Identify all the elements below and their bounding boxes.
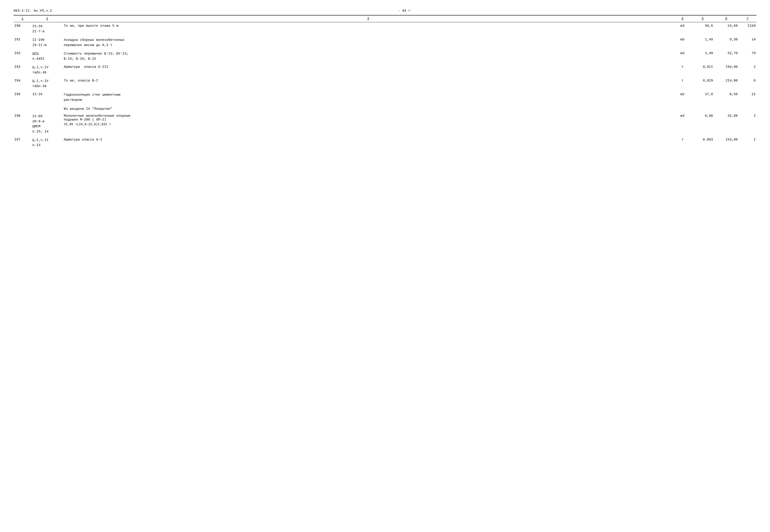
row-194-id: I94: [13, 78, 31, 83]
row-196-ref: I2-6920-9-жЦМСМп.I5; I4: [31, 114, 63, 135]
row-193-desc: Арматура класса А-III: [63, 65, 673, 69]
row-192-desc: Стоимость перемычек Б-I3; БУ-I3;Б-I5; Б-…: [63, 51, 673, 62]
col-header-2: 2: [31, 16, 63, 21]
table-row: I97 Ц.I,ч.IIп.I3 Арматура класса А-I т 0…: [13, 136, 757, 150]
row-193-id: I93: [13, 65, 31, 69]
row-190-price: 24,69: [714, 24, 739, 28]
row-195-desc: Гидроизоляция стен цементнымраствором: [63, 92, 673, 103]
row-197-ref: Ц.I,ч.IIп.I3: [31, 137, 63, 148]
row-194-unit: т: [673, 78, 691, 83]
row-190-unit: м3: [673, 24, 691, 28]
table-row: I92 ЦСЦп.445I Стоимость перемычек Б-I3; …: [13, 50, 757, 63]
col-header-6: 6: [714, 16, 739, 21]
row-192-id: I92: [13, 51, 31, 56]
row-196-qty: 0,06: [691, 114, 714, 118]
row-191-ref: II-I99I9-II-м: [31, 37, 63, 48]
row-196-unit: м3: [673, 114, 691, 118]
row-197-id: I97: [13, 137, 31, 142]
row-193-total: 2: [739, 65, 757, 69]
row-190-qty: 50,6: [691, 24, 714, 28]
row-192-unit: м3: [673, 51, 691, 56]
row-196-id: I96: [13, 114, 31, 118]
row-197-qty: 0.003: [691, 137, 714, 142]
header-center: - 94 =: [398, 9, 410, 13]
row-194-qty: 0,029: [691, 78, 714, 83]
col-header-1: 1: [13, 16, 31, 21]
col-header-3: 3: [63, 16, 673, 21]
row-197-price: I53,00: [714, 137, 739, 142]
row-193-unit: т: [673, 65, 691, 69]
main-table: 1 2 3 4 5 6 7 I90 I3-342I-7-а То же, при…: [13, 15, 757, 150]
table-row: I95 I3-I6 Гидроизоляция стен цементнымра…: [13, 91, 757, 104]
row-194-ref: Ц.I,ч.IУтабл.46: [31, 78, 63, 89]
row-190-desc: То же, при высоте этажа 5 м: [63, 24, 673, 28]
row-191-total: 14: [739, 37, 757, 42]
row-197-unit: т: [673, 137, 691, 142]
row-192-price: 52,70: [714, 51, 739, 56]
row-192-qty: 1,49: [691, 51, 714, 56]
row-192-ref: ЦСЦп.445I: [31, 51, 63, 62]
table-row: I90 I3-342I-7-а То же, при высоте этажа …: [13, 22, 757, 36]
row-194-total: 6: [739, 78, 757, 83]
row-197-desc: Арматура класса А-I: [63, 137, 673, 142]
table-row: I96 I2-6920-9-жЦМСМп.I5; I4 Монолитные ж…: [13, 112, 757, 136]
section-label-row: Из раздела IX "Покрытие": [13, 104, 757, 112]
row-193-qty: 0,0II: [691, 65, 714, 69]
row-195-total: 2I: [739, 92, 757, 97]
row-191-id: I9I: [13, 37, 31, 42]
row-190-total: I249: [739, 24, 757, 28]
row-190-ref: I3-342I-7-а: [31, 24, 63, 35]
row-191-qty: 1,49: [691, 37, 714, 42]
row-196-total: 2: [739, 114, 757, 118]
table-header: 1 2 3 4 5 6 7: [13, 15, 757, 22]
col-header-4: 4: [673, 16, 691, 21]
row-190-id: I90: [13, 24, 31, 28]
row-196-price: 32,88: [714, 114, 739, 118]
section-label: Из раздела IX "Покрытие": [63, 107, 757, 111]
col-header-5: 5: [691, 16, 714, 21]
row-195-qty: 37,0: [691, 92, 714, 97]
table-row: I94 Ц.I,ч.IУтабл.46 То же, класса В-I т …: [13, 77, 757, 91]
table-row: I9I II-I99I9-II-м Укладка сборных железо…: [13, 36, 757, 50]
row-196-desc-container: Монолитные железобетонные опорныеподушки…: [63, 114, 673, 127]
row-195-unit: м2: [673, 92, 691, 97]
row-196-desc: Монолитные железобетонные опорныеподушки…: [64, 114, 673, 122]
col-header-7: 7: [739, 16, 757, 21]
row-196-formula: 3I,05 +(24,6-22,8)I,0I5 =: [64, 123, 673, 126]
row-191-price: 9,30: [714, 37, 739, 42]
row-191-desc: Укладка сборных железобетонныхперемычек …: [63, 37, 673, 48]
row-193-price: I94,00: [714, 65, 739, 69]
row-194-desc: То же, класса В-I: [63, 78, 673, 83]
row-195-ref: I3-I6: [31, 92, 63, 97]
table-row: I93 Ц.I,ч.IУтабл.46 Арматура класса А-II…: [13, 63, 757, 77]
row-197-total: I: [739, 137, 757, 142]
row-194-price: 2I4,00: [714, 78, 739, 83]
row-195-id: I95: [13, 92, 31, 97]
row-191-unit: м3: [673, 37, 691, 42]
row-192-total: 79: [739, 51, 757, 56]
row-193-ref: Ц.I,ч.IУтабл.46: [31, 65, 63, 76]
table-body: I90 I3-342I-7-а То же, при высоте этажа …: [13, 22, 757, 150]
row-195-price: 0,58: [714, 92, 739, 97]
header-left: 903-2-II. Ан.УП,ч.2: [13, 9, 52, 13]
